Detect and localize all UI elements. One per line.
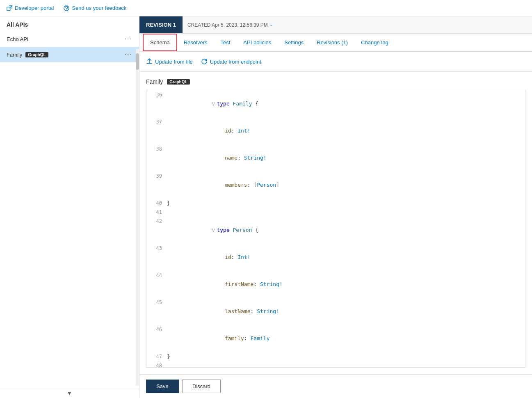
developer-portal-link[interactable]: Developer portal (7, 5, 54, 11)
sidebar-item-echo-api[interactable]: Echo API ··· (0, 31, 139, 47)
update-file-label: Update from file (155, 59, 193, 65)
save-button[interactable]: Save (146, 380, 179, 393)
code-line-40: 40 } (146, 199, 525, 208)
feedback-link[interactable]: Send us your feedback (64, 5, 126, 11)
schema-header: Family GraphQL (146, 78, 525, 85)
code-line-38: 38 name: String! (146, 144, 525, 172)
sidebar-scroll-down-button[interactable]: ▼ (67, 390, 73, 396)
schema-api-name: Family (146, 78, 163, 85)
tabs-bar: Schema Resolvers Test API policies Setti… (139, 34, 532, 52)
developer-portal-label: Developer portal (15, 5, 54, 11)
update-from-endpoint-button[interactable]: Update from endpoint (201, 57, 261, 66)
sidebar-scroll-thumb (136, 53, 139, 70)
echo-api-name: Echo API (7, 36, 28, 42)
sidebar-title: All APIs (0, 16, 139, 31)
echo-api-menu[interactable]: ··· (125, 35, 132, 43)
revision-dropdown-icon[interactable]: ⌄ (269, 23, 273, 27)
revision-info: CREATED Apr 5, 2023, 12:56:39 PM ⌄ (183, 22, 278, 28)
sidebar-scroll-arrow: ▼ (0, 388, 139, 398)
code-line-45: 45 lastName: String! (146, 298, 525, 325)
feedback-label: Send us your feedback (72, 5, 126, 11)
upload-icon (146, 58, 153, 65)
tab-changelog[interactable]: Change log (354, 34, 395, 51)
revision-tab[interactable]: REVISION 1 (139, 16, 183, 33)
code-line-37: 37 id: Int! (146, 117, 525, 144)
bottom-bar: Save Discard (139, 374, 532, 398)
content-area: REVISION 1 CREATED Apr 5, 2023, 12:56:39… (139, 16, 532, 398)
code-line-36: 36 ∨type Family { (146, 90, 525, 117)
code-line-39: 39 members: [Person] (146, 172, 525, 199)
feedback-icon (64, 5, 69, 11)
schema-area: Family GraphQL 36 ∨type Family { 37 (139, 72, 532, 374)
code-line-44: 44 firstName: String! (146, 271, 525, 298)
sidebar-scrollbar[interactable] (136, 49, 139, 386)
code-lines: 36 ∨type Family { 37 id: Int! (146, 90, 525, 368)
tab-resolvers[interactable]: Resolvers (177, 34, 214, 51)
svg-point-2 (66, 9, 67, 10)
revision-created-label: CREATED Apr 5, 2023, 12:56:39 PM (187, 22, 268, 28)
main-layout: All APIs Echo API ··· Family GraphQL ···… (0, 16, 532, 398)
code-line-41: 41 (146, 208, 525, 217)
update-from-file-button[interactable]: Update from file (146, 57, 193, 66)
graphql-badge: GraphQL (25, 52, 48, 57)
external-link-icon (7, 5, 12, 11)
update-endpoint-label: Update from endpoint (210, 59, 261, 65)
tab-settings[interactable]: Settings (278, 34, 310, 51)
topbar: Developer portal Send us your feedback (0, 0, 532, 16)
refresh-icon (201, 58, 208, 65)
tab-revisions[interactable]: Revisions (1) (310, 34, 354, 51)
code-line-46: 46 family: Family (146, 325, 525, 352)
family-api-menu[interactable]: ··· (125, 51, 132, 58)
schema-graphql-badge: GraphQL (167, 79, 190, 85)
code-line-47: 47 } (146, 352, 525, 361)
discard-button[interactable]: Discard (182, 380, 221, 393)
code-line-43: 43 id: Int! (146, 244, 525, 271)
sidebar-item-family[interactable]: Family GraphQL ··· (0, 47, 139, 62)
tab-api-policies[interactable]: API policies (237, 34, 278, 51)
tab-schema[interactable]: Schema (143, 34, 177, 51)
toolbar: Update from file Update from endpoint (139, 52, 532, 72)
code-line-42: 42 ∨type Person { (146, 217, 525, 244)
code-editor[interactable]: 36 ∨type Family { 37 id: Int! (146, 90, 525, 368)
family-api-name: Family (7, 52, 22, 58)
code-line-48: 48 (146, 361, 525, 368)
tab-test[interactable]: Test (214, 34, 237, 51)
revision-bar: REVISION 1 CREATED Apr 5, 2023, 12:56:39… (139, 16, 532, 34)
sidebar: All APIs Echo API ··· Family GraphQL ···… (0, 16, 139, 398)
